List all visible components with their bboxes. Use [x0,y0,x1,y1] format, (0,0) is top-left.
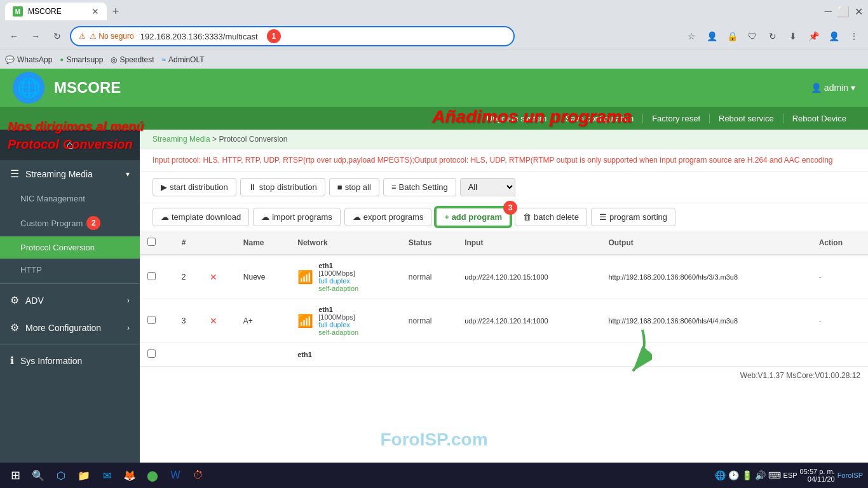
user-icon: 👤 [811,83,822,93]
batch-delete-button[interactable]: 🗑 batch delete [515,208,587,226]
breadcrumb-separator: > [212,135,219,144]
globe-icon: 🌐 [17,77,41,99]
more-config-arrow-icon: › [127,323,130,332]
row-input-partial [457,343,600,367]
forward-button[interactable]: → [27,27,44,45]
browser-tab[interactable]: M MSCORE ✕ [5,3,107,20]
delete-row-icon[interactable]: ✕ [210,316,217,326]
taskbar-right-area: 🌐 🕐 🔋 🔊 ⌨ ESP 05:57 p. m. 04/11/20 ForoI… [715,468,863,483]
maximize-button[interactable]: ⬜ [837,6,850,18]
sidebar-streaming-media-label: Streaming Media [25,169,93,179]
bookmark-whatsapp[interactable]: 💬 WhatsApp [5,55,52,64]
import-programs-label: import programs [272,212,332,222]
sidebar-section-more-config[interactable]: ⚙ More Configuration › [0,314,140,341]
extension5-icon[interactable]: 📌 [804,27,822,45]
profile-icon[interactable]: 👤 [703,27,721,45]
minimize-button[interactable]: ─ [825,6,832,17]
row-id [174,343,203,367]
row-action: - [811,255,868,299]
bookmark-star-icon[interactable]: ☆ [682,27,700,45]
sidebar-item-nic-management[interactable]: NIC Management [0,187,140,210]
sidebar-item-protocol-conversion[interactable]: Protocol Conversion [0,236,140,259]
row-status: normal [401,299,457,343]
taskbar-search-button[interactable]: 🔍 [28,465,48,485]
bookmark-adminolt[interactable]: ≈ AdminOLT [161,55,204,64]
tab-close-button[interactable]: ✕ [92,6,99,17]
address-bar[interactable]: ⚠ ⚠ No seguro 192.168.203.136:3333/multi… [70,26,515,46]
sort-icon: ☰ [599,212,607,222]
version-info: Web:V1.1.37 MsCore:V01.00.28.12 [140,367,868,384]
extension1-icon[interactable]: 🔒 [723,27,741,45]
start-distribution-button[interactable]: ▶ start distribution [153,178,236,196]
add-program-button[interactable]: + add program 3 [435,207,511,227]
user-menu[interactable]: 👤 admin ▾ [811,83,855,93]
taskbar-keyboard-icon: ⌨ [768,470,781,480]
taskbar-file-icon[interactable]: 📁 [74,465,94,485]
template-download-label: template download [172,212,241,222]
add-program-label: + add program [444,212,502,222]
export-programs-button[interactable]: ☁ export programs [344,208,432,226]
network-iface: eth1 [318,306,333,313]
nav-factory-reset[interactable]: Factory reset [643,114,710,123]
stop-distribution-button[interactable]: ⏸ stop distribution [240,178,325,196]
col-status: Status [401,231,457,255]
extension4-icon[interactable]: ⬇ [784,27,802,45]
close-button[interactable]: ✕ [855,6,863,18]
col-checkbox [140,231,174,255]
tab-title: MSCORE [28,7,62,16]
extension2-icon[interactable]: 🛡 [743,27,761,45]
template-download-button[interactable]: ☁ template download [153,208,249,226]
row-delete-icon[interactable]: ✕ [202,299,235,343]
taskbar-edge-icon[interactable]: ⬡ [51,465,71,485]
sidebar-section-sys-info[interactable]: ℹ Sys Information [0,347,140,374]
filter-select[interactable]: All Running Stopped [460,178,515,196]
col-network: Network [290,231,401,255]
network-duplex: full duplex [318,321,350,329]
col-name: Name [236,231,290,255]
taskbar-word-icon[interactable]: W [165,465,186,485]
bookmark-speedtest[interactable]: ◎ Speedtest [111,55,154,64]
row-checkbox[interactable] [147,349,156,358]
delete-row-icon[interactable]: ✕ [210,272,217,282]
nav-reboot-device[interactable]: Reboot Device [783,114,855,123]
taskbar-mail-icon[interactable]: ✉ [97,465,117,485]
row-checkbox[interactable] [147,316,156,324]
user-dropdown-arrow: ▾ [851,83,855,93]
row-name: A+ [236,299,290,343]
row-id: 2 [174,255,203,299]
row-input-url: udp://224.120.120.14:1000 [457,299,600,343]
sidebar-section-adv[interactable]: ⚙ ADV › [0,287,140,314]
sidebar-section-streaming-media[interactable]: ☰ Streaming Media ▾ [0,160,140,187]
batch-setting-icon: ≡ [391,182,397,192]
nav-reboot-service[interactable]: Reboot service [710,114,783,123]
more-options-icon[interactable]: ⋮ [845,27,863,45]
row-delete-icon[interactable]: ✕ [202,255,235,299]
table-header-row: # Name Network Status Input Output Actio… [140,231,868,255]
row-name: Nueve [236,255,290,299]
taskbar-firefox-icon[interactable]: 🦊 [119,465,140,485]
taskbar-start-button[interactable]: ⊞ [5,465,25,485]
sidebar-item-custom-program[interactable]: Custom Program 2 [0,210,140,236]
row-action: - [811,299,868,343]
program-sorting-button[interactable]: ☰ program sorting [591,208,675,226]
back-button[interactable]: ← [5,27,23,45]
sidebar-item-http[interactable]: HTTP [0,259,140,281]
import-programs-button[interactable]: ☁ import programs [253,208,341,226]
breadcrumb-streaming-media[interactable]: Streaming Media [153,135,210,144]
select-all-checkbox[interactable] [147,238,156,246]
extension3-icon[interactable]: ↻ [764,27,782,45]
table-row: 2 ✕ Nueve 📶 eth1 [1000Mbps] [140,255,868,299]
batch-setting-button[interactable]: ≡ Batch Setting [383,178,456,196]
taskbar-clock-display: 05:57 p. m. 04/11/20 [800,468,835,483]
table-row: 3 ✕ A+ 📶 eth1 [1000Mbps] [140,299,868,343]
new-tab-button[interactable]: + [107,3,125,20]
user-account-icon[interactable]: 👤 [825,27,843,45]
bookmark-smartsupp-label: Smartsupp [66,55,103,64]
reload-button[interactable]: ↻ [48,27,66,45]
sidebar-home-button[interactable]: ⌂ [0,130,140,160]
stop-all-button[interactable]: ■ stop all [329,178,379,196]
taskbar-timer-icon[interactable]: ⏱ [188,465,208,485]
bookmark-smartsupp[interactable]: ● Smartsupp [60,55,103,64]
row-checkbox[interactable] [147,272,156,280]
taskbar-chrome-icon[interactable]: ⬤ [142,465,163,485]
